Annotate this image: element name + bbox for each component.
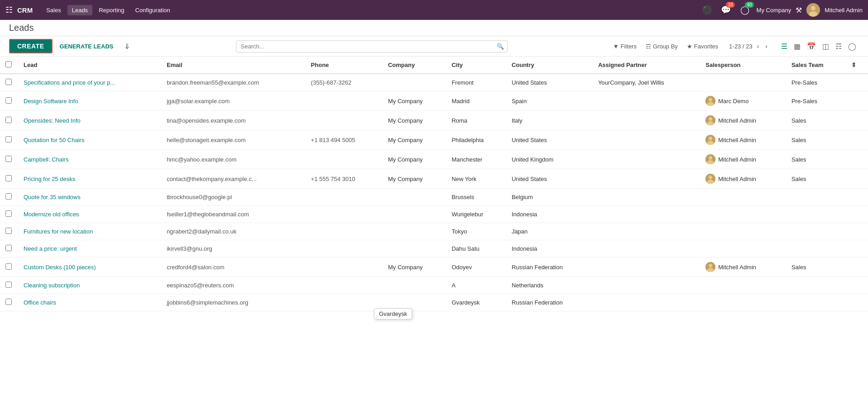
cell-country: Japan — [506, 223, 593, 240]
cell-lead[interactable]: Custom Desks (100 pieces) — [18, 257, 161, 277]
cell-phone — [306, 111, 383, 130]
nav-leads[interactable]: Leads — [67, 5, 92, 15]
salesperson-avatar — [705, 174, 715, 184]
col-salesperson[interactable]: Salesperson — [700, 57, 786, 74]
cell-phone: +1 813 494 5005 — [306, 130, 383, 150]
select-all-checkbox[interactable] — [5, 61, 12, 67]
cell-email: ikirvell3@gnu.org — [161, 240, 305, 257]
row-checkbox-12[interactable] — [5, 299, 12, 305]
cell-company: My Company — [383, 130, 446, 150]
cell-lead[interactable]: Opensides: Need Info — [18, 111, 161, 130]
cell-lead[interactable]: Quote for 35 windows — [18, 189, 161, 206]
cell-email: hmc@yahoo.example.com — [161, 150, 305, 169]
cell-city: Manchester — [446, 150, 506, 169]
row-checkbox-4[interactable] — [5, 156, 12, 162]
row-checkbox-11[interactable] — [5, 281, 12, 288]
cell-lead[interactable]: Furnitures for new location — [18, 223, 161, 240]
cell-company — [383, 223, 446, 240]
nav-reporting[interactable]: Reporting — [94, 5, 129, 15]
activity-icon-btn[interactable]: ◯ 40 — [738, 3, 752, 17]
clock-view-button[interactable]: ◯ — [845, 40, 859, 52]
company-name[interactable]: My Company — [757, 7, 791, 14]
grid-icon[interactable]: ☷ — [5, 5, 13, 15]
row-checkbox-0[interactable] — [5, 79, 12, 85]
app-name[interactable]: CRM — [17, 6, 33, 14]
row-checkbox-10[interactable] — [5, 263, 12, 270]
row-checkbox-6[interactable] — [5, 193, 12, 200]
cell-email: brandon.freeman55@example.com — [161, 74, 305, 91]
cell-salesperson — [700, 240, 786, 257]
cell-company: My Company — [383, 169, 446, 189]
cell-lead[interactable]: Modernize old offices — [18, 206, 161, 223]
col-phone[interactable]: Phone — [306, 57, 383, 74]
nav-configuration[interactable]: Configuration — [131, 5, 175, 15]
cell-sales-team: Sales — [786, 150, 846, 169]
salesperson-avatar — [705, 96, 715, 106]
cell-sales-team: Sales — [786, 130, 846, 150]
username[interactable]: Mitchell Admin — [825, 7, 863, 14]
search-icon[interactable]: 🔍 — [497, 43, 504, 50]
row-checkbox-7[interactable] — [5, 210, 12, 217]
cell-lead[interactable]: Pricing for 25 desks — [18, 169, 161, 189]
calendar-view-button[interactable]: 📅 — [804, 40, 819, 52]
prev-page-button[interactable]: ‹ — [755, 42, 761, 51]
cell-lead[interactable]: Campbell: Chairs — [18, 150, 161, 169]
cell-sales-team: Sales — [786, 257, 846, 277]
table-body: Specifications and price of your p...bra… — [0, 74, 868, 311]
cell-email: fseiller1@theglobeandmail.com — [161, 206, 305, 223]
page-title: Leads — [9, 23, 34, 33]
salesperson-name: Mitchell Admin — [718, 137, 756, 143]
list-view-button[interactable]: ☰ — [778, 40, 790, 52]
cell-salesperson: Mitchell Admin — [700, 111, 786, 130]
col-assigned-partner[interactable]: Assigned Partner — [593, 57, 700, 74]
col-city[interactable]: City — [446, 57, 506, 74]
support-icon-btn[interactable]: ⚫ — [700, 3, 714, 17]
pivot-view-button[interactable]: ◫ — [820, 40, 832, 52]
group-by-button[interactable]: ☶ Group By — [642, 41, 681, 52]
cell-city: New York — [446, 169, 506, 189]
generate-leads-button[interactable]: GENERATE LEADS — [56, 40, 117, 52]
search-input[interactable] — [236, 40, 508, 52]
kanban-view-button[interactable]: ▦ — [791, 40, 803, 52]
nav-sales[interactable]: Sales — [42, 5, 66, 15]
create-button[interactable]: CREATE — [9, 39, 53, 53]
download-icon[interactable]: ⇓ — [120, 40, 134, 52]
chart-view-button[interactable]: ☶ — [833, 40, 844, 52]
cell-country: United States — [506, 74, 593, 91]
cell-phone — [306, 150, 383, 169]
table-row: Design Software Infojga@solar.example.co… — [0, 91, 868, 111]
favorites-button[interactable]: ★ Favorites — [683, 41, 722, 52]
col-country[interactable]: Country — [506, 57, 593, 74]
col-sales-team[interactable]: Sales Team — [786, 57, 846, 74]
cell-phone: (355)-687-3262 — [306, 74, 383, 91]
cell-lead[interactable]: Specifications and price of your p... — [18, 74, 161, 91]
user-avatar[interactable] — [806, 3, 820, 17]
cell-email: jjobbins6@simplemachines.org — [161, 294, 305, 311]
cell-lead[interactable]: Quotation for 50 Chairs — [18, 130, 161, 150]
salesperson-avatar — [705, 115, 715, 125]
col-email[interactable]: Email — [161, 57, 305, 74]
row-checkbox-5[interactable] — [5, 175, 12, 181]
col-settings-icon[interactable]: ⇕ — [851, 62, 856, 68]
col-settings[interactable]: ⇕ — [846, 57, 868, 74]
col-company[interactable]: Company — [383, 57, 446, 74]
cell-salesperson: Marc Demo — [700, 91, 786, 111]
row-checkbox-2[interactable] — [5, 117, 12, 123]
cell-lead[interactable]: Office chairs — [18, 294, 161, 311]
next-page-button[interactable]: › — [763, 42, 769, 51]
cell-lead[interactable]: Need a price: urgent — [18, 240, 161, 257]
cell-lead[interactable]: Cleaning subscription — [18, 277, 161, 294]
table-row: Need a price: urgentikirvell3@gnu.orgDah… — [0, 240, 868, 257]
filters-button[interactable]: ▼ Filters — [609, 41, 640, 52]
cell-city: Roma — [446, 111, 506, 130]
row-checkbox-3[interactable] — [5, 136, 12, 143]
cell-lead[interactable]: Design Software Info — [18, 91, 161, 111]
chat-icon-btn[interactable]: 💬 18 — [719, 3, 733, 17]
row-checkbox-9[interactable] — [5, 245, 12, 251]
svg-point-2 — [809, 11, 817, 17]
row-checkbox-1[interactable] — [5, 97, 12, 104]
settings-wrench-icon[interactable]: ⚒ — [796, 6, 802, 14]
col-lead[interactable]: Lead — [18, 57, 161, 74]
row-checkbox-8[interactable] — [5, 228, 12, 234]
cell-sales-team — [786, 206, 846, 223]
